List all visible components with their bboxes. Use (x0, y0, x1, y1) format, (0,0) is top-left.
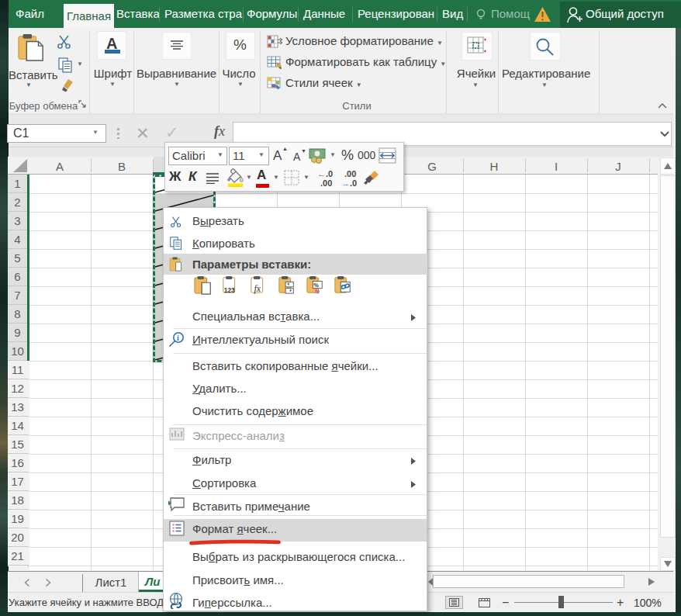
svg-text:123: 123 (224, 286, 235, 294)
svg-text:i: i (177, 334, 179, 342)
svg-text:%: % (313, 282, 319, 289)
svg-text:fx: fx (254, 283, 261, 294)
